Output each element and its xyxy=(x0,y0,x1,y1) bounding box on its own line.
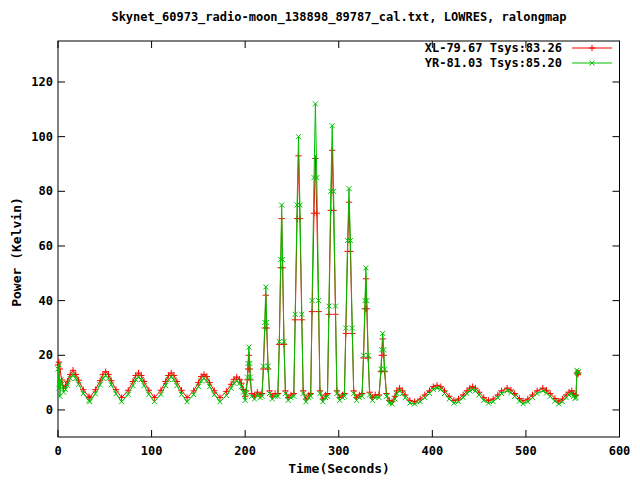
y-tick-label: 100 xyxy=(31,130,53,144)
series-line-1 xyxy=(58,104,578,404)
legend: XL-79.67 Tsys:83.26 YR-81.03 Tsys:85.20 xyxy=(425,40,614,70)
legend-label-xl: XL-79.67 Tsys:83.26 xyxy=(425,41,562,55)
legend-label-yr: YR-81.03 Tsys:85.20 xyxy=(425,56,562,70)
y-tick-label: 20 xyxy=(39,348,53,362)
x-axis-label: Time(Seconds) xyxy=(58,461,620,476)
legend-entry-xl: XL-79.67 Tsys:83.26 xyxy=(425,40,614,55)
y-tick-label: 40 xyxy=(39,294,53,308)
x-tick-label: 300 xyxy=(328,444,350,458)
legend-entry-yr: YR-81.03 Tsys:85.20 xyxy=(425,55,614,70)
legend-sample-path xyxy=(572,60,612,65)
gnuplot-figure: Skynet_60973_radio-moon_138898_89787_cal… xyxy=(0,0,640,480)
x-tick-label: 500 xyxy=(515,444,537,458)
legend-line-sample-xl xyxy=(570,41,614,55)
plot-area: 0100200300400500600020406080100120 xyxy=(0,0,640,480)
legend-sample-path xyxy=(572,44,612,50)
legend-line-sample-yr xyxy=(570,56,614,70)
x-tick-label: 0 xyxy=(54,444,61,458)
y-tick-label: 120 xyxy=(31,75,53,89)
x-tick-label: 100 xyxy=(141,444,163,458)
y-tick-label: 80 xyxy=(39,184,53,198)
x-tick-label: 400 xyxy=(421,444,443,458)
y-tick-label: 0 xyxy=(46,403,53,417)
y-tick-label: 60 xyxy=(39,239,53,253)
x-tick-label: 600 xyxy=(609,444,631,458)
x-tick-label: 200 xyxy=(234,444,256,458)
